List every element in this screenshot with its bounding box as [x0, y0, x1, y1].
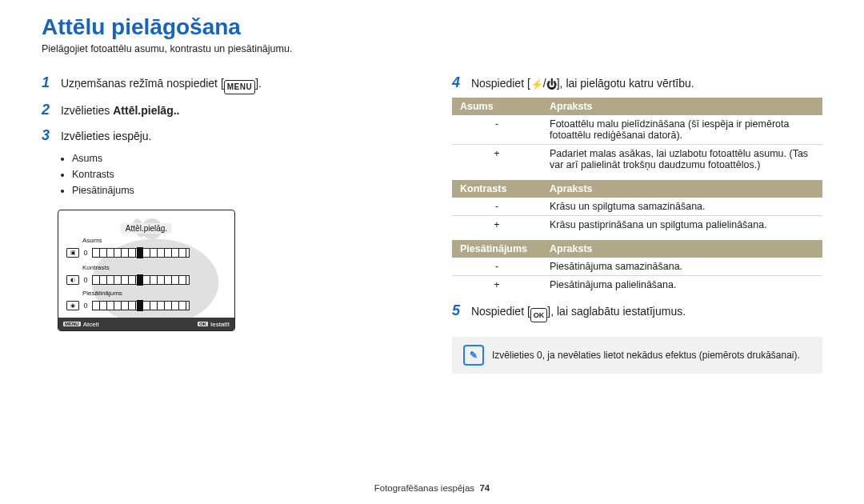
step-text: Nospiediet [ — [471, 77, 530, 90]
note-text: Izvēlieties 0, ja nevēlaties lietot nekā… — [492, 350, 800, 361]
slider-label: Piesātinājums — [82, 290, 122, 297]
ok-chip-icon: OK — [198, 322, 208, 326]
slider-asums: Asums ▣ 0 — [66, 246, 190, 260]
slider-kontrasts: Kontrasts ◐ 0 — [66, 273, 190, 287]
td-desc: Piesātinājuma palielināšana. — [542, 276, 822, 294]
slider-thumb — [137, 247, 143, 258]
slider-track — [92, 248, 190, 258]
th: Kontrasts — [452, 180, 542, 198]
timer-icon: ⏻ — [546, 78, 557, 90]
th: Apraksts — [542, 180, 822, 198]
page-footer: Fotografēšanas iespējas 74 — [0, 483, 864, 493]
td-sign: + — [452, 276, 542, 294]
td-sign: + — [452, 216, 542, 234]
slider-track — [92, 301, 190, 310]
camera-footer: MENUAtcelt OKIestatīt — [58, 318, 234, 330]
contrast-icon: ◐ — [66, 275, 79, 285]
slider-thumb — [137, 300, 143, 311]
option-bullets: Asums Kontrasts Piesātinājums — [72, 150, 412, 198]
note-icon: ✎ — [463, 345, 484, 366]
footer-page: 74 — [479, 483, 490, 493]
step-text: Nospiediet [ — [471, 305, 530, 318]
footer-set: Iestatīt — [210, 321, 230, 328]
right-column: 4 Nospiediet [⚡/⏻], lai pielāgotu katru … — [452, 72, 822, 374]
step-3: 3 Izvēlieties iespēju. — [42, 125, 412, 146]
table-piesatinajums: PiesātinājumsApraksts -Piesātinājuma sam… — [452, 240, 822, 294]
step-number: 4 — [452, 72, 468, 93]
step-1: 1 Uzņemšanas režīmā nospiediet [MENU]. — [42, 72, 412, 94]
footer-section: Fotografēšanas iespējas — [374, 483, 474, 493]
step-text-tail: ], lai saglabātu iestatījumus. — [547, 305, 686, 318]
camera-preview: Attēl.pielāg. Asums ▣ 0 Kontrasts ◐ 0 Pi… — [58, 210, 235, 331]
th: Piesātinājums — [452, 240, 542, 258]
ok-icon: OK — [530, 308, 548, 322]
th: Apraksts — [542, 240, 822, 258]
td-sign: - — [452, 115, 542, 145]
page-title: Attēlu pielāgošana — [42, 14, 822, 40]
camera-title: Attēl.pielāg. — [121, 223, 172, 234]
sharpness-icon: ▣ — [66, 248, 79, 258]
slider-label: Kontrasts — [82, 264, 110, 271]
td-sign: - — [452, 198, 542, 216]
step-number: 2 — [42, 99, 58, 120]
bullet-item: Asums — [72, 150, 412, 166]
step-text: Izvēlieties — [61, 104, 113, 117]
td-desc: Padariet malas asākas, lai uzlabotu foto… — [542, 145, 822, 174]
note-box: ✎ Izvēlieties 0, ja nevēlaties lietot ne… — [452, 337, 822, 374]
td-desc: Piesātinājuma samazināšana. — [542, 258, 822, 276]
td-desc: Krāsu pastiprināšana un spilgtuma paliel… — [542, 216, 822, 234]
step-number: 1 — [42, 72, 58, 93]
step-text: Izvēlieties iespēju. — [61, 130, 152, 142]
slider-label: Asums — [82, 237, 102, 244]
slider-piesatinajums: Piesātinājums ◉ 0 — [66, 298, 190, 313]
slider-value: 0 — [82, 302, 89, 310]
step-4: 4 Nospiediet [⚡/⏻], lai pielāgotu katru … — [452, 72, 822, 93]
slider-thumb — [137, 274, 143, 286]
bullet-item: Kontrasts — [72, 166, 412, 182]
menu-icon: MENU — [224, 80, 255, 94]
table-asums: AsumsApraksts -Fotoattēlu malu pielīdzin… — [452, 98, 822, 174]
table-kontrasts: KontrastsApraksts -Krāsu un spilgtuma sa… — [452, 180, 822, 234]
step-text-tail: ], lai pielāgotu katru vērtību. — [557, 77, 694, 90]
left-column: 1 Uzņemšanas režīmā nospiediet [MENU]. 2… — [42, 72, 412, 374]
page-subtitle: Pielāgojiet fotoattēlu asumu, kontrastu … — [42, 43, 822, 54]
step-5: 5 Nospiediet [OK], lai saglabātu iestatī… — [452, 300, 822, 322]
th: Asums — [452, 98, 542, 115]
saturation-icon: ◉ — [66, 301, 79, 310]
step-number: 3 — [42, 125, 58, 146]
slider-value: 0 — [82, 276, 89, 284]
menu-chip-icon: MENU — [63, 322, 81, 326]
th: Apraksts — [542, 98, 822, 115]
step-2: 2 Izvēlieties Attēl.pielāg.. — [42, 99, 412, 120]
bullet-item: Piesātinājums — [72, 182, 412, 198]
footer-cancel: Atcelt — [83, 321, 99, 328]
td-sign: - — [452, 258, 542, 276]
td-desc: Krāsu un spilgtuma samazināšana. — [542, 198, 822, 216]
step-text-tail: ]. — [255, 77, 262, 90]
td-desc: Fotoattēlu malu pielīdzināšana (šī iespē… — [542, 115, 822, 145]
flash-icon: ⚡ — [530, 78, 543, 90]
step-bold: Attēl.pielāg.. — [113, 104, 179, 117]
slider-value: 0 — [82, 249, 89, 257]
step-number: 5 — [452, 300, 468, 321]
td-sign: + — [452, 145, 542, 174]
step-text: Uzņemšanas režīmā nospiediet [ — [61, 77, 224, 90]
slider-track — [92, 275, 190, 285]
